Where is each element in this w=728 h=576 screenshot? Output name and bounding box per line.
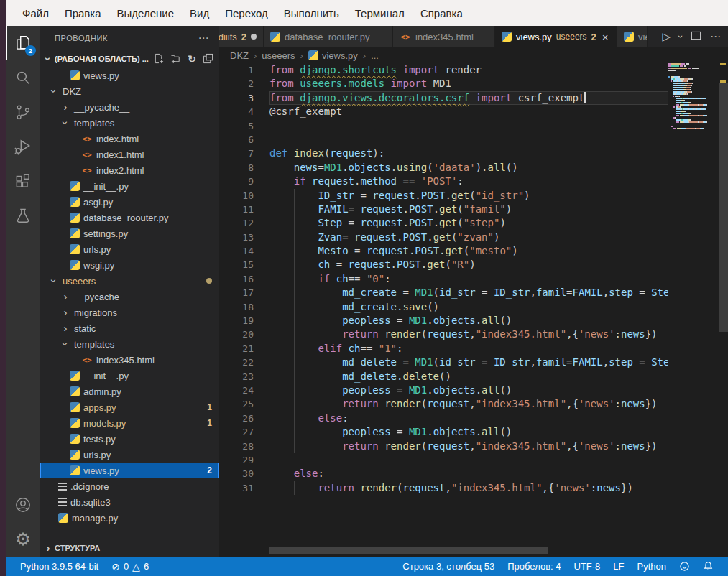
tree-item-index345.html[interactable]: <>index345.html (40, 352, 219, 368)
run-dropdown-icon[interactable]: › (676, 35, 686, 38)
python-interpreter[interactable]: Python 3.9.5 64-bit (16, 561, 103, 572)
tree-item-__init__.py[interactable]: __init__.py (40, 368, 219, 384)
line-number[interactable]: 4 (219, 105, 269, 119)
line-number[interactable]: 15 (219, 258, 269, 271)
tree-item-index.html[interactable]: <>index.html (40, 131, 219, 147)
menu-item-выполнить[interactable]: Выполнить (276, 4, 347, 23)
line-number[interactable]: 24 (219, 384, 269, 397)
line-number[interactable]: 11 (219, 203, 269, 216)
menu-item-правка[interactable]: Правка (57, 4, 109, 23)
tree-item-migrations[interactable]: ›migrations (40, 305, 219, 320)
line-number[interactable]: 2 (219, 77, 269, 90)
line-number[interactable]: 14 (219, 244, 269, 258)
breadcrumb-item[interactable]: useeers (262, 50, 295, 61)
tree-item-static[interactable]: ›static (40, 320, 219, 336)
line-number[interactable]: 25 (219, 397, 269, 411)
close-icon[interactable]: × (602, 31, 609, 43)
run-button[interactable]: ▷ (662, 30, 671, 43)
line-number[interactable]: 21 (219, 342, 269, 356)
indentation-setting[interactable]: Пробелов: 4 (503, 561, 565, 572)
tab-database_roouter.py[interactable]: database_roouter.py (264, 26, 393, 47)
outline-section-header[interactable]: › СТРУКТУРА (40, 539, 219, 557)
line-number[interactable]: 18 (219, 300, 269, 314)
line-number[interactable]: 29 (219, 453, 269, 467)
new-file-icon[interactable] (153, 53, 164, 65)
line-number[interactable]: 30 (219, 467, 269, 480)
source-control-icon[interactable] (6, 95, 40, 129)
encoding-setting[interactable]: UTF-8 (570, 561, 605, 572)
tree-item-__init__.py[interactable]: __init__.py (40, 178, 219, 194)
tree-item-useeers[interactable]: ›useeers (40, 273, 219, 289)
new-folder-icon[interactable] (170, 53, 181, 65)
minimap[interactable] (668, 63, 719, 130)
breadcrumb-item-file[interactable]: views.py (308, 50, 358, 61)
line-number[interactable]: 28 (219, 440, 269, 453)
tree-item-models.py[interactable]: models.py1 (40, 415, 219, 431)
line-number[interactable]: 27 (219, 425, 269, 439)
language-mode[interactable]: Python (633, 561, 671, 572)
tree-item-__pycache__[interactable]: ›__pycache__ (40, 99, 219, 115)
tree-item-asgi.py[interactable]: asgi.py (40, 194, 219, 210)
search-icon[interactable] (6, 60, 40, 95)
sidebar-more-actions-icon[interactable]: ⋯ (198, 32, 209, 45)
problems-indicator[interactable]: ⊘ 0 △ 6 (107, 561, 153, 572)
run-and-debug-icon[interactable] (6, 129, 40, 164)
tree-item-tests.py[interactable]: tests.py (40, 431, 219, 447)
menu-item-выделение[interactable]: Выделение (109, 4, 182, 23)
settings-gear-icon[interactable]: ⚙ (6, 522, 40, 557)
line-number[interactable]: 23 (219, 370, 269, 384)
line-number[interactable]: 3 (219, 91, 269, 105)
breadcrumb-item[interactable]: DKZ (230, 50, 249, 61)
line-number[interactable]: 12 (219, 216, 269, 230)
explorer-icon[interactable]: 2 (6, 26, 40, 60)
line-number[interactable]: 19 (219, 314, 269, 328)
line-number[interactable]: 17 (219, 286, 269, 299)
extensions-icon[interactable] (6, 164, 40, 198)
tree-item-apps.py[interactable]: apps.py1 (40, 399, 219, 415)
tree-item-database_roouter.py[interactable]: database_roouter.py (40, 210, 219, 226)
eol-setting[interactable]: LF (609, 561, 628, 572)
collapse-all-icon[interactable] (203, 53, 213, 65)
vertical-scrollbar-thumb[interactable] (719, 83, 728, 332)
line-number[interactable]: 7 (219, 147, 269, 160)
tree-item-urls.py[interactable]: urls.py (40, 447, 219, 463)
line-number[interactable]: 10 (219, 189, 269, 203)
tree-item-templates[interactable]: ›templates (40, 115, 219, 131)
menu-item-файл[interactable]: Файл (14, 4, 57, 23)
line-number[interactable]: 1 (219, 63, 269, 77)
horizontal-scrollbar-thumb[interactable] (269, 547, 548, 554)
tab-index345.html[interactable]: <>index345.html (393, 26, 495, 47)
tree-item-__pycache__[interactable]: ›__pycache__ (40, 289, 219, 305)
tab-diiits[interactable]: diiits2 (219, 26, 264, 47)
cursor-position[interactable]: Строка 3, столбец 53 (398, 561, 499, 572)
tree-item-db.sqlite3[interactable]: db.sqlite3 (40, 494, 219, 510)
tree-item-index2.html[interactable]: <>index2.html (40, 162, 219, 178)
line-number[interactable]: 5 (219, 119, 269, 133)
menu-item-терминал[interactable]: Терминал (347, 4, 413, 23)
line-number[interactable]: 8 (219, 161, 269, 175)
testing-icon[interactable] (6, 198, 40, 233)
tree-item-.dcignore[interactable]: .dcignore (40, 478, 219, 494)
line-number[interactable]: 22 (219, 356, 269, 369)
tree-item-settings.py[interactable]: settings.py (40, 226, 219, 241)
breadcrumb-item[interactable]: ... (371, 50, 379, 61)
tree-item-DKZ[interactable]: ›DKZ (40, 83, 219, 99)
tree-item-manage.py[interactable]: manage.py (40, 510, 219, 526)
tree-item-views.py[interactable]: views.py2 (40, 463, 219, 478)
notifications-bell-icon[interactable] (699, 561, 718, 572)
refresh-icon[interactable]: ↻ (188, 54, 196, 64)
workspace-section-header[interactable]: › (РАБОЧАЯ ОБЛАСТЬ) ... ↻ (40, 50, 219, 68)
tab-views.py[interactable]: views.pyuseeers2× (495, 26, 617, 47)
tree-item-views.py[interactable]: views.py (40, 68, 219, 83)
menu-item-справка[interactable]: Справка (413, 4, 471, 23)
tree-item-urls.py[interactable]: urls.py (40, 241, 219, 257)
feedback-icon[interactable] (675, 561, 694, 572)
line-number[interactable]: 31 (219, 481, 269, 495)
tab-vie[interactable]: vie (617, 26, 648, 47)
line-number[interactable]: 13 (219, 231, 269, 244)
tree-item-admin.py[interactable]: admin.py (40, 384, 219, 399)
menu-item-вид[interactable]: Вид (182, 4, 217, 23)
tree-item-index1.html[interactable]: <>index1.html (40, 147, 219, 162)
code-editor[interactable]: 1from django.shortcuts import render2fro… (219, 63, 668, 530)
line-number[interactable]: 6 (219, 133, 269, 147)
